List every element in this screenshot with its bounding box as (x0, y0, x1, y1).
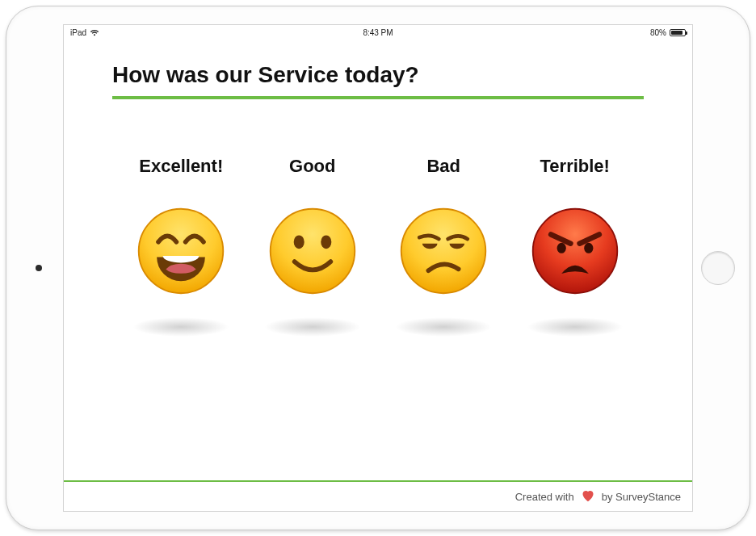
footer: Created with by SurveyStance (515, 489, 681, 505)
option-terrible[interactable]: Terrible! (510, 156, 641, 337)
bad-icon (398, 206, 489, 296)
footer-suffix: by SurveyStance (602, 491, 681, 503)
option-label: Excellent! (139, 156, 223, 177)
survey-content: How was our Service today? Excellent! (64, 40, 692, 511)
excellent-icon (136, 206, 226, 296)
battery-icon (670, 29, 686, 36)
terrible-icon (530, 206, 620, 296)
svg-point-1 (270, 209, 355, 294)
survey-question: How was our Service today? (112, 62, 644, 96)
clock: 8:43 PM (363, 28, 393, 37)
option-bad[interactable]: Bad (378, 156, 510, 337)
option-label: Bad (426, 156, 460, 177)
emoji-shadow (527, 317, 624, 337)
question-underline (112, 96, 644, 99)
battery-percent: 80% (650, 28, 666, 37)
device-label: iPad (70, 28, 86, 37)
svg-point-6 (556, 243, 565, 253)
svg-point-4 (401, 209, 486, 294)
camera-dot (36, 265, 42, 271)
svg-point-2 (293, 235, 304, 249)
svg-point-5 (532, 209, 617, 294)
option-label: Good (289, 156, 335, 177)
screen: iPad 8:43 PM 80% How was our Service tod… (63, 24, 693, 512)
option-excellent[interactable]: Excellent! (116, 156, 247, 337)
option-label: Terrible! (540, 156, 610, 177)
svg-point-7 (584, 243, 593, 253)
home-button[interactable] (701, 251, 735, 285)
heart-icon (581, 489, 595, 505)
good-icon (267, 206, 358, 296)
footer-prefix: Created with (515, 491, 574, 503)
options-row: Excellent! (112, 156, 644, 337)
emoji-shadow (264, 317, 361, 337)
status-bar: iPad 8:43 PM 80% (64, 25, 692, 40)
footer-rule (64, 480, 692, 482)
ipad-frame: iPad 8:43 PM 80% How was our Service tod… (6, 6, 750, 530)
emoji-shadow (395, 317, 492, 337)
option-good[interactable]: Good (247, 156, 379, 337)
svg-point-3 (321, 235, 331, 249)
wifi-icon (90, 29, 99, 36)
emoji-shadow (132, 317, 229, 337)
